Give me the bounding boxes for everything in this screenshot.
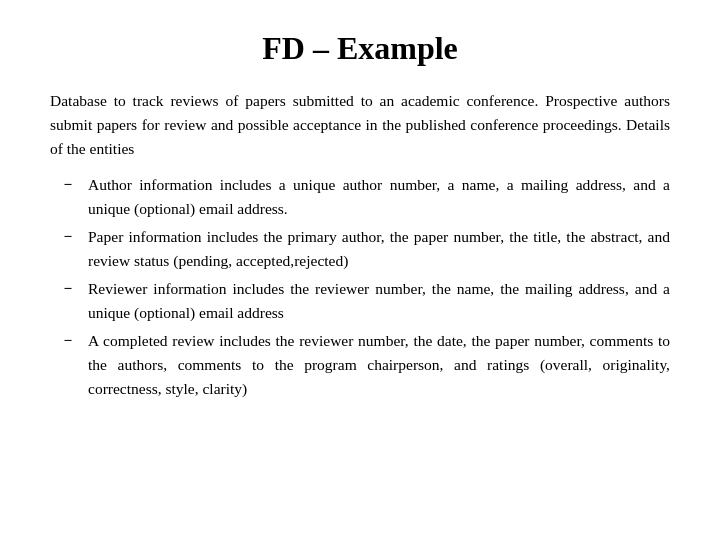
bullet-dash-4: － <box>60 329 76 351</box>
bullet-text-3: Reviewer information includes the review… <box>88 277 670 325</box>
slide-title: FD – Example <box>50 30 670 67</box>
bullet-item: －A completed review includes the reviewe… <box>50 329 670 401</box>
bullet-item: －Author information includes a unique au… <box>50 173 670 221</box>
bullet-item: －Reviewer information includes the revie… <box>50 277 670 325</box>
bullet-text-1: Author information includes a unique aut… <box>88 173 670 221</box>
bullet-dash-3: － <box>60 277 76 299</box>
bullet-dash-2: － <box>60 225 76 247</box>
bullet-text-4: A completed review includes the reviewer… <box>88 329 670 401</box>
bullet-list: －Author information includes a unique au… <box>50 173 670 405</box>
intro-paragraph: Database to track reviews of papers subm… <box>50 89 670 161</box>
bullet-text-2: Paper information includes the primary a… <box>88 225 670 273</box>
bullet-item: －Paper information includes the primary … <box>50 225 670 273</box>
bullet-dash-1: － <box>60 173 76 195</box>
slide-container: FD – Example Database to track reviews o… <box>0 0 720 540</box>
